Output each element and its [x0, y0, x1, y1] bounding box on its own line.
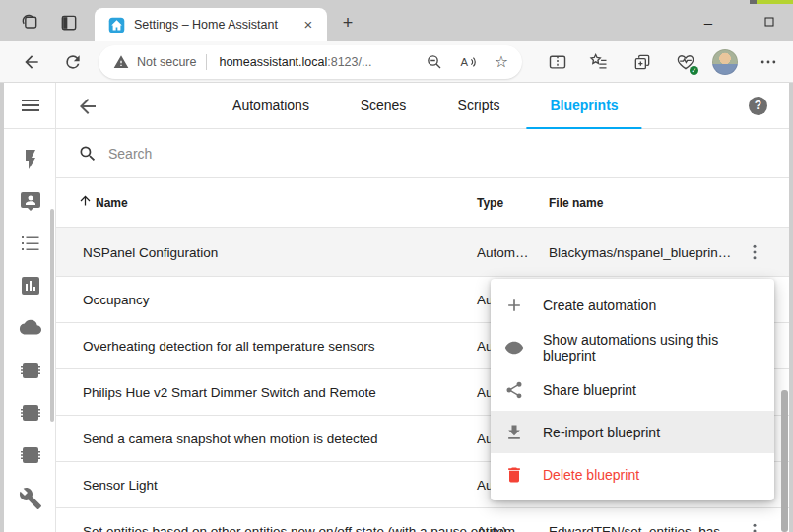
flash-icon[interactable]: [19, 148, 42, 171]
row-name: NSPanel Configuration: [83, 244, 218, 259]
plus-icon: [504, 296, 524, 315]
split-screen-icon[interactable]: [548, 52, 567, 72]
menu-item-label: Delete blueprint: [543, 467, 639, 483]
sidebar-scrollbar[interactable]: [50, 209, 54, 422]
row-name: Set entities based on other entities new…: [83, 524, 507, 532]
help-icon[interactable]: ?: [749, 97, 767, 115]
menu-item-label: Create automation: [543, 298, 656, 313]
screen-edge-nub: [750, 0, 757, 4]
column-header-file[interactable]: File name: [549, 196, 603, 210]
column-header-type[interactable]: Type: [477, 196, 503, 210]
row-type: Autom…: [477, 244, 529, 259]
browser-menu-icon[interactable]: [759, 52, 778, 72]
sidebar: [4, 83, 56, 532]
row-overflow-menu-icon[interactable]: [745, 242, 764, 262]
row-file: EdwardTEN/set_entities_bas…: [549, 524, 734, 532]
workspaces-icon[interactable]: [20, 13, 39, 33]
browser-tab[interactable]: Settings – Home Assistant ×: [95, 8, 327, 41]
address-divider: [206, 54, 207, 70]
zoom-out-icon[interactable]: [426, 53, 443, 71]
row-name: Occupancy: [83, 293, 150, 307]
chip-icon-3[interactable]: [19, 443, 42, 467]
new-tab-button[interactable]: +: [336, 12, 360, 35]
maximize-button[interactable]: [755, 10, 784, 33]
menu-item-show-automations[interactable]: Show automations using this blueprint: [491, 326, 774, 368]
profile-avatar[interactable]: [712, 49, 738, 75]
hamburger-menu-icon[interactable]: [19, 94, 42, 117]
table-header: Name Type File name: [56, 178, 789, 228]
app-header: Automations Scenes Scripts Blueprints ?: [56, 83, 789, 129]
row-name: Philips Hue v2 Smart Dimmer Switch and R…: [83, 385, 376, 400]
address-bar[interactable]: Not secure homeassistant.local:8123/... …: [99, 45, 522, 79]
menu-item-label: Re-import blueprint: [543, 425, 660, 440]
sidebar-divider: [4, 128, 55, 129]
tab-automations[interactable]: Automations: [209, 83, 333, 129]
wrench-icon[interactable]: [19, 487, 42, 510]
column-header-name[interactable]: Name: [96, 196, 128, 210]
row-name: Sensor Light: [83, 478, 158, 493]
table-row[interactable]: Set entities based on other entities new…: [56, 508, 789, 532]
menu-item-create-automation[interactable]: Create automation: [491, 284, 774, 326]
account-badge-icon[interactable]: [19, 189, 42, 213]
browser-essentials-icon[interactable]: ✓: [676, 52, 695, 72]
screen-edge-strip: [757, 0, 793, 4]
minimize-button[interactable]: –: [694, 10, 723, 33]
row-overflow-menu-icon[interactable]: [745, 521, 764, 532]
menu-item-share-blueprint[interactable]: Share blueprint: [491, 368, 774, 411]
read-aloud-icon[interactable]: A: [459, 53, 477, 71]
refresh-icon[interactable]: [63, 52, 83, 72]
chip-icon-2[interactable]: [19, 401, 42, 425]
close-tab-icon[interactable]: ×: [299, 16, 317, 33]
browser-tab-strip: Settings – Home Assistant × + –: [0, 0, 793, 41]
menu-item-delete-blueprint[interactable]: Delete blueprint: [491, 453, 774, 496]
favorite-star-icon[interactable]: ☆: [493, 53, 510, 71]
tab-scenes[interactable]: Scenes: [337, 83, 430, 129]
tab-title: Settings – Home Assistant: [134, 18, 299, 32]
row-file: Blackymas/nspanel_blueprin…: [549, 244, 731, 259]
security-label[interactable]: Not secure: [137, 55, 196, 69]
row-name: Overheating detection for all temperatur…: [83, 339, 374, 354]
tab-scripts[interactable]: Scripts: [434, 83, 524, 129]
search-bar: [56, 129, 789, 178]
essentials-status-badge: ✓: [690, 66, 698, 75]
back-icon[interactable]: [22, 52, 41, 72]
search-input[interactable]: [108, 146, 789, 162]
blueprint-context-menu: Create automation Show automations using…: [491, 279, 774, 500]
favorites-bar-icon[interactable]: [589, 52, 609, 72]
browser-toolbar: Not secure homeassistant.local:8123/... …: [0, 41, 793, 83]
list-icon[interactable]: [19, 232, 42, 255]
home-assistant-page: Automations Scenes Scripts Blueprints ? …: [4, 83, 789, 532]
row-type: Autom…: [477, 524, 529, 532]
collections-icon[interactable]: [632, 52, 652, 72]
url-text[interactable]: homeassistant.local:8123/...: [219, 55, 410, 69]
chart-box-icon[interactable]: [19, 274, 42, 298]
menu-item-reimport-blueprint[interactable]: Re-import blueprint: [491, 411, 774, 453]
vertical-tabs-icon[interactable]: [59, 13, 79, 33]
app-back-icon[interactable]: [76, 95, 99, 118]
page-scrollbar[interactable]: [781, 390, 788, 532]
tab-blueprints[interactable]: Blueprints: [526, 83, 641, 129]
trash-icon: [504, 465, 524, 485]
menu-item-label: Show automations using this blueprint: [543, 332, 774, 364]
svg-text:A: A: [461, 56, 469, 68]
url-host: homeassistant.local: [219, 55, 327, 69]
cloud-icon[interactable]: [19, 316, 42, 340]
share-icon: [504, 380, 524, 400]
url-suffix: :8123/...: [327, 55, 371, 69]
search-icon: [78, 144, 98, 164]
sort-ascending-icon[interactable]: [78, 193, 93, 208]
table-row[interactable]: NSPanel Configuration Autom… Blackymas/n…: [56, 228, 789, 277]
menu-item-label: Share blueprint: [543, 382, 636, 398]
home-assistant-favicon: [108, 17, 125, 33]
row-name: Send a camera snapshot when motion is de…: [83, 432, 377, 446]
not-secure-warning-icon: [113, 54, 129, 70]
chip-icon-1[interactable]: [19, 359, 42, 382]
download-icon: [504, 423, 524, 442]
eye-icon: [504, 338, 524, 358]
